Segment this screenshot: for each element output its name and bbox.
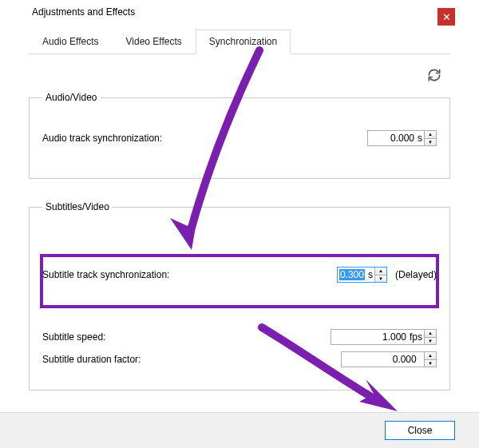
audio-track-sync-unit: s [416, 131, 424, 145]
subtitle-speed-input[interactable] [331, 330, 408, 344]
audio-sync-step-up[interactable]: ▲ [425, 131, 436, 139]
audio-video-group: Audio/Video Audio track synchronization:… [29, 92, 450, 179]
tab-synchronization[interactable]: Synchronization [196, 30, 291, 54]
subtitle-sync-step-down[interactable]: ▼ [375, 276, 386, 283]
audio-sync-step-down[interactable]: ▼ [425, 139, 436, 146]
subtitle-track-sync-spinner[interactable]: 0.300 s ▲ ▼ [337, 267, 387, 283]
subtitle-speed-label: Subtitle speed: [42, 331, 113, 343]
subtitle-duration-factor-unit [418, 352, 424, 367]
subtitle-track-sync-label: Subtitle track synchronization: [42, 269, 177, 280]
tab-bar: Audio Effects Video Effects Synchronizat… [29, 29, 450, 54]
subtitle-duration-factor-label: Subtitle duration factor: [42, 354, 148, 365]
subtitles-video-legend: Subtitles/Video [42, 201, 113, 212]
subtitle-duration-factor-spinner[interactable]: ▲ ▼ [341, 351, 437, 367]
subtitles-video-group: Subtitles/Video Subtitle track synchroni… [29, 201, 450, 391]
subtitle-track-sync-unit: s [366, 268, 374, 282]
close-icon: ✕ [442, 11, 451, 23]
audio-video-legend: Audio/Video [42, 92, 101, 103]
refresh-icon[interactable] [426, 67, 442, 85]
subtitle-duration-step-down[interactable]: ▼ [425, 360, 436, 367]
audio-track-sync-spinner[interactable]: s ▲ ▼ [367, 130, 437, 146]
subtitle-track-sync-value-selected[interactable]: 0.300 [339, 269, 365, 280]
subtitle-sync-hint: (Delayed) [395, 269, 437, 280]
tab-audio-effects[interactable]: Audio Effects [29, 30, 113, 54]
subtitle-sync-step-up[interactable]: ▲ [375, 268, 386, 276]
subtitle-duration-factor-input[interactable] [342, 352, 418, 367]
window-title: Adjustments and Effects [32, 6, 135, 18]
subtitle-speed-spinner[interactable]: fps ▲ ▼ [331, 329, 437, 345]
subtitle-speed-step-down[interactable]: ▼ [425, 338, 436, 345]
subtitle-duration-step-up[interactable]: ▲ [425, 352, 436, 360]
audio-track-sync-input[interactable] [368, 131, 416, 145]
close-button[interactable]: Close [385, 421, 455, 440]
subtitle-speed-unit: fps [408, 330, 424, 344]
audio-track-sync-label: Audio track synchronization: [42, 133, 170, 144]
window-close-button[interactable]: ✕ [437, 8, 455, 26]
sync-panel: Audio/Video Audio track synchronization:… [24, 54, 455, 391]
tab-video-effects[interactable]: Video Effects [113, 30, 196, 54]
dialog-button-bar: Close [0, 412, 479, 448]
subtitle-speed-step-up[interactable]: ▲ [425, 330, 436, 338]
title-bar: Adjustments and Effects [0, 0, 479, 24]
